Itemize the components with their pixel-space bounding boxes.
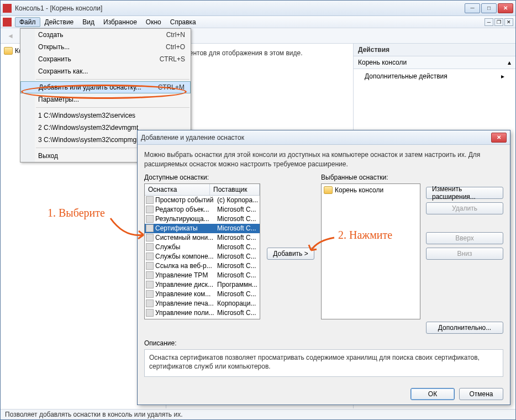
snapin-row[interactable]: Управление TPMMicrosoft C... (145, 271, 260, 280)
empty-text: элементов для отображения в этом виде. (174, 49, 302, 57)
snapin-row[interactable]: Управление поли...Microsoft C... (145, 308, 260, 318)
snapin-icon (146, 262, 154, 270)
dialog-title: Добавление и удаление оснасток (141, 134, 491, 141)
menu-help[interactable]: Справка (166, 17, 201, 27)
snapin-row[interactable]: СлужбыMicrosoft C... (145, 243, 260, 252)
more-actions-link[interactable]: Дополнительные действия▸ (354, 69, 515, 83)
add-remove-snapin-dialog: Добавление и удаление оснасток ✕ Можно в… (137, 130, 510, 405)
snapin-icon (146, 271, 154, 279)
mdi-minimize[interactable]: ─ (485, 18, 493, 26)
dialog-titlebar[interactable]: Добавление и удаление оснасток ✕ (138, 130, 510, 145)
snapin-icon (146, 253, 154, 260)
snapin-icon (146, 215, 154, 223)
folder-icon (4, 47, 13, 55)
snapin-row[interactable]: Ссылка на веб-р...Microsoft C... (145, 261, 260, 271)
selected-root-label: Корень консоли (335, 186, 383, 194)
mmc-menubar: Файл Действие Вид Избранное Окно Справка… (1, 16, 515, 28)
actions-context[interactable]: Корень консоли▴ (354, 56, 515, 69)
menu-options[interactable]: Параметры... (20, 93, 191, 106)
status-bar: Позволяет добавлять оснастки в консоль и… (1, 409, 515, 419)
dialog-close-button[interactable]: ✕ (491, 133, 507, 143)
app-icon (3, 4, 12, 13)
available-snapins-list[interactable]: Оснастка Поставщик Просмотр событий(c) К… (144, 183, 260, 319)
menu-recent-1[interactable]: 1 C:\Windows\system32\services (20, 109, 191, 122)
menu-file[interactable]: Файл (15, 17, 40, 27)
col-vendor-header[interactable]: Поставщик (210, 184, 260, 195)
mdi-close[interactable]: ✕ (504, 18, 513, 26)
snapin-icon (146, 206, 154, 213)
snapin-row[interactable]: Управление печа...Корпораци... (145, 299, 260, 308)
menu-create[interactable]: СоздатьCtrl+N (20, 29, 191, 41)
snapin-icon (146, 224, 154, 232)
minimize-button[interactable]: ─ (465, 3, 480, 13)
ok-button[interactable]: ОК (410, 388, 455, 400)
snapin-row[interactable]: Результирующа...Microsoft C... (145, 214, 260, 224)
edit-extensions-button[interactable]: Изменить расширения... (426, 187, 503, 199)
available-label: Доступные оснастки: (144, 174, 260, 181)
window-title: Консоль1 - [Корень консоли] (15, 4, 465, 12)
snapin-row[interactable]: Системный мони...Microsoft C... (145, 233, 260, 243)
dialog-description: Можно выбрать оснастки для этой консоли … (144, 150, 503, 169)
menu-save-as[interactable]: Сохранить как... (20, 65, 191, 77)
menu-add-remove-snapin[interactable]: Добавить или удалить оснастку...CTRL+M (20, 81, 191, 93)
snapin-icon (146, 281, 154, 288)
mdi-restore[interactable]: ❐ (494, 18, 503, 26)
add-button[interactable]: Добавить > (267, 248, 314, 260)
advanced-button[interactable]: Дополнительно... (426, 322, 503, 334)
close-button[interactable]: ✕ (498, 3, 513, 13)
cancel-button[interactable]: Отмена (459, 388, 503, 400)
snapin-row[interactable]: СертификатыMicrosoft C... (145, 224, 260, 233)
col-snapin-header[interactable]: Оснастка (145, 184, 210, 195)
menu-action[interactable]: Действие (40, 17, 78, 27)
snapin-icon (146, 290, 154, 298)
menu-favorites[interactable]: Избранное (99, 17, 141, 27)
snapin-row[interactable]: Управление ком...Microsoft C... (145, 290, 260, 299)
description-label: Описание: (144, 339, 503, 347)
selected-snapins-tree[interactable]: Корень консоли (321, 183, 420, 319)
menu-save[interactable]: СохранитьCTRL+S (20, 53, 191, 65)
menu-view[interactable]: Вид (78, 17, 99, 27)
menu-open[interactable]: Открыть...Ctrl+O (20, 41, 191, 53)
selected-label: Выбранные оснастки: (321, 174, 420, 181)
snapin-row[interactable]: Службы компоне...Microsoft C... (145, 252, 260, 261)
snapin-icon (146, 309, 154, 317)
mmc-titlebar[interactable]: Консоль1 - [Корень консоли] ─ □ ✕ (1, 1, 515, 16)
description-box: Оснастка сертификатов позволяет просматр… (144, 349, 503, 377)
move-down-button[interactable]: Вниз (426, 248, 503, 260)
collapse-icon: ▴ (508, 59, 511, 66)
back-button[interactable]: ◄ (4, 30, 17, 42)
submenu-arrow-icon: ▸ (501, 72, 504, 80)
remove-button[interactable]: Удалить (426, 202, 503, 214)
move-up-button[interactable]: Вверх (426, 232, 503, 244)
snapin-row[interactable]: Просмотр событий(c) Корпора... (145, 196, 260, 205)
menu-window[interactable]: Окно (141, 17, 166, 27)
snapin-row[interactable]: Редактор объек...Microsoft C... (145, 205, 260, 214)
snapin-icon (146, 196, 154, 204)
maximize-button[interactable]: □ (481, 3, 497, 13)
snapin-icon (146, 243, 154, 251)
snapin-row[interactable]: Управление диск...Программн... (145, 280, 260, 290)
mmc-logo-icon (3, 18, 12, 27)
snapin-icon (146, 234, 154, 242)
snapin-icon (146, 300, 154, 307)
folder-icon (324, 186, 333, 194)
actions-header: Действия (354, 44, 515, 56)
